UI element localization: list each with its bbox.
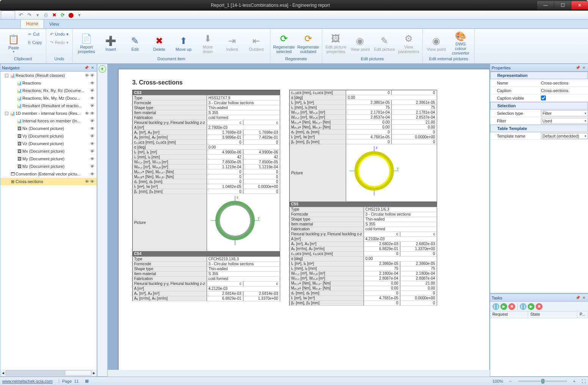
eye-icon: 👁 bbox=[90, 126, 95, 131]
tree-item[interactable]: ⊞Cross-sections👁👁 bbox=[0, 178, 97, 185]
zoom-label: 100% bbox=[492, 379, 503, 383]
tasks-body bbox=[490, 318, 588, 376]
copy-button[interactable]: ⎘Copy bbox=[27, 39, 44, 46]
zoom-out-icon[interactable]: − bbox=[509, 379, 511, 383]
edit-picture-button[interactable]: ✎Edit picture bbox=[373, 30, 396, 56]
tree-item[interactable]: -📊1D member - internal forces (Res...👁👁 bbox=[0, 110, 97, 117]
task-play-icon[interactable]: ▶ bbox=[528, 303, 535, 310]
scissors-icon: ✂ bbox=[28, 32, 31, 37]
minimize-button[interactable]: — bbox=[537, 1, 554, 9]
eye-icon: 👁 bbox=[90, 134, 95, 138]
cut-button[interactable]: ✂Cut bbox=[27, 30, 44, 38]
add-item-icon[interactable]: + bbox=[99, 65, 106, 73]
close-button[interactable]: ✕ bbox=[571, 1, 588, 9]
property-dropdown[interactable]: Filter▾ bbox=[541, 110, 588, 116]
property-dropdown[interactable]: Default (embedded)▾ bbox=[541, 133, 588, 139]
tab-home[interactable]: Home bbox=[20, 19, 44, 28]
tasks-panel: Tasks 📌 ✕ ❙❙ ▶ ✖ ❙❙ ▶ ✖ Request State P.… bbox=[490, 293, 588, 377]
tree-item[interactable]: 🗔Convention (External vector pictu...👁 bbox=[0, 170, 97, 178]
vendor-link[interactable]: www.nemetschek-scia.com bbox=[2, 379, 53, 383]
tree-item[interactable]: 📊Reactions; Mx, My, Mz (Docu...👁 bbox=[0, 94, 97, 102]
regenerate-outdated-button[interactable]: ⟳Regenerate outdated bbox=[297, 30, 320, 56]
navigator-scrollbar[interactable]: ◂▸ bbox=[0, 369, 97, 376]
eye-icon: 👁 bbox=[85, 73, 90, 78]
view-params-button[interactable]: ⚙View parameters bbox=[397, 30, 420, 56]
svg-text:y: y bbox=[397, 166, 399, 170]
regenerate-selected-button[interactable]: ⟳Regenerate selected bbox=[273, 30, 295, 56]
svg-text:y: y bbox=[258, 216, 260, 220]
tree-item[interactable]: 🖼Mz (Document picture)👁 bbox=[0, 163, 97, 170]
doc-scrollbar[interactable] bbox=[108, 370, 490, 377]
task-stop-icon[interactable]: ✖ bbox=[508, 303, 515, 310]
document-scroll[interactable]: 3. Cross-sections CS3TypeHSS127X7.9Formc… bbox=[108, 64, 490, 370]
tree-item[interactable]: 📊Internal forces on member (In...👁 bbox=[0, 117, 97, 125]
property-checkbox[interactable] bbox=[541, 95, 546, 100]
svg-text:z: z bbox=[237, 196, 238, 199]
tree-item[interactable]: 🖼Mx (Document picture)👁 bbox=[0, 147, 97, 155]
tree-item[interactable]: 📊Resultant (Resultant of reactio...👁 bbox=[0, 102, 97, 110]
tree-item[interactable]: 📊Reactions👁 bbox=[0, 79, 97, 87]
app-menu-button[interactable] bbox=[1, 11, 15, 20]
ext-view-point-button[interactable]: ◉View point bbox=[425, 30, 448, 56]
eye-icon: 👁 bbox=[90, 96, 95, 100]
fullscreen-icon[interactable]: ⛶ bbox=[582, 379, 586, 383]
dwg-convertor-button[interactable]: 🎨DWG colour convertor bbox=[449, 30, 472, 56]
redo-icon[interactable]: ↷ bbox=[25, 11, 33, 19]
tree-item[interactable]: -📊Reactions (Result classes)👁👁 bbox=[0, 72, 97, 79]
delete-button[interactable]: ✖Delete bbox=[148, 30, 171, 56]
tab-view[interactable]: View bbox=[44, 20, 64, 28]
task-pause-icon[interactable]: ❙❙ bbox=[520, 303, 527, 310]
indent-button[interactable]: ⇥Indent bbox=[221, 30, 243, 56]
property-grid[interactable]: −RepresentationNameCross-sectionsCaption… bbox=[490, 72, 588, 293]
qat-stop-icon[interactable]: ⬤ bbox=[67, 11, 75, 19]
paste-button[interactable]: 📋Paste▾ bbox=[2, 30, 25, 56]
copy-icon: ⎘ bbox=[28, 40, 31, 45]
navigator-panel: Navigator 📌 ✕ -📊Reactions (Result classe… bbox=[0, 64, 97, 377]
tree-item[interactable]: 🖼Vz (Document picture)👁 bbox=[0, 140, 97, 147]
maximize-button[interactable]: ☐ bbox=[554, 1, 571, 9]
outdent-button[interactable]: ⇤Outdent bbox=[245, 30, 268, 56]
qat-dropdown-icon[interactable]: ▾ bbox=[75, 11, 83, 19]
close-icon[interactable]: ✕ bbox=[90, 65, 95, 70]
pin-icon[interactable]: 📌 bbox=[575, 295, 580, 300]
edit-picture-props-button[interactable]: 🖼Edit picture properties bbox=[325, 30, 347, 56]
report-properties-button[interactable]: 📄Report propeties bbox=[75, 30, 98, 56]
property-dropdown[interactable]: Used▾ bbox=[541, 118, 588, 124]
svg-point-5 bbox=[220, 205, 250, 236]
move-up-button[interactable]: ⬆Move up bbox=[172, 30, 195, 56]
eye-icon: 👁 bbox=[90, 119, 95, 123]
eye-icon: 👁 bbox=[85, 111, 90, 116]
zoom-slider[interactable] bbox=[518, 380, 567, 382]
qat-delete-icon[interactable]: ✖ bbox=[50, 11, 58, 19]
navigator-tree[interactable]: -📊Reactions (Result classes)👁👁📊Reactions… bbox=[0, 72, 97, 369]
qat-icon[interactable]: ⎙ bbox=[42, 11, 50, 19]
eye-icon: 👁 bbox=[90, 149, 95, 153]
zoom-in-icon[interactable]: + bbox=[573, 379, 575, 383]
move-down-button[interactable]: ⬇Move down bbox=[196, 30, 219, 56]
pin-icon[interactable]: 📌 bbox=[84, 65, 89, 70]
tree-item[interactable]: 🖼Nx (Document picture)👁 bbox=[0, 125, 97, 132]
view-mode-icon[interactable]: ▦ bbox=[85, 379, 89, 383]
tree-item[interactable]: 📊Reactions; Rx, Ry, Rz (Docume...👁 bbox=[0, 87, 97, 94]
task-play-icon[interactable]: ▶ bbox=[500, 303, 507, 310]
qat-regen-icon[interactable]: ⟳ bbox=[59, 11, 66, 19]
tree-item[interactable]: 🖼Vy (Document picture)👁 bbox=[0, 132, 97, 140]
report-page: 3. Cross-sections CS3TypeHSS127X7.9Formc… bbox=[118, 69, 490, 370]
eye-icon: 👁 bbox=[90, 164, 95, 169]
view-point-button[interactable]: ◉View point bbox=[349, 30, 372, 56]
qat-icon[interactable]: ▾ bbox=[34, 11, 41, 19]
task-pause-icon[interactable]: ❙❙ bbox=[492, 303, 499, 310]
close-icon[interactable]: ✕ bbox=[581, 295, 586, 300]
undo-button[interactable]: ↶Undo ▾ bbox=[49, 30, 70, 38]
tree-item[interactable]: 🖼My (Document picture)👁 bbox=[0, 155, 97, 163]
edit-button[interactable]: ✎Edit bbox=[124, 30, 146, 56]
ribbon-tabs: Home View bbox=[0, 20, 588, 29]
page-number: 11 bbox=[74, 379, 78, 383]
close-icon[interactable]: ✕ bbox=[581, 65, 586, 70]
insert-button[interactable]: ➕Insert bbox=[99, 30, 122, 56]
properties-panel: Properties 📌 ✕ −RepresentationNameCross-… bbox=[490, 64, 588, 293]
task-stop-icon[interactable]: ✖ bbox=[536, 303, 543, 310]
pin-icon[interactable]: 📌 bbox=[575, 65, 580, 70]
undo-icon[interactable]: ↶ bbox=[17, 11, 25, 19]
redo-button[interactable]: ↷Redo ▾ bbox=[49, 39, 70, 46]
